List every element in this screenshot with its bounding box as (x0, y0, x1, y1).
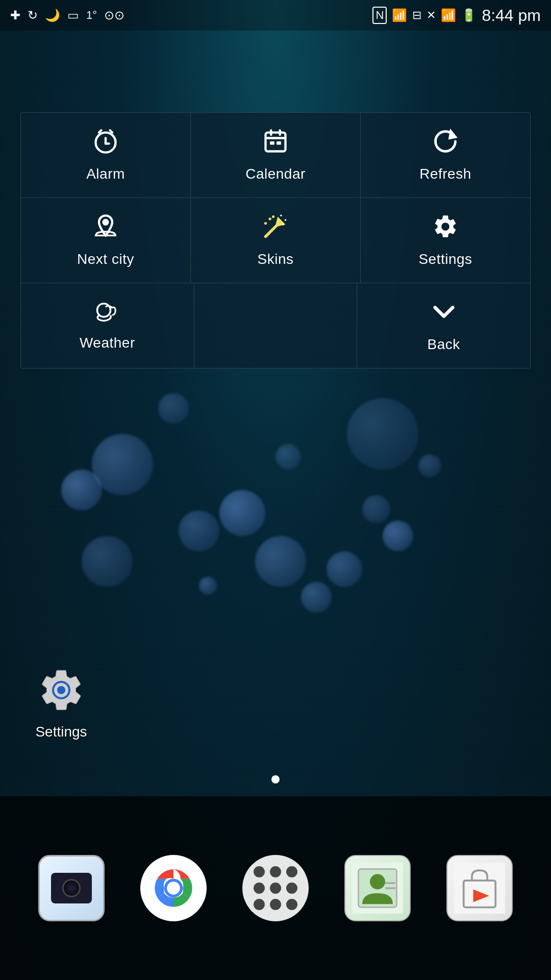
dock (0, 796, 551, 980)
chrome-svg (145, 860, 202, 916)
settings-app-label: Settings (35, 724, 87, 740)
gear-icon (432, 213, 459, 244)
temp-icon: 1° (86, 9, 97, 22)
svg-line-13 (266, 226, 277, 237)
svg-line-3 (99, 130, 101, 132)
location-icon (92, 213, 119, 244)
wifi-icon: 📶 (392, 8, 407, 22)
calendar-label: Calendar (245, 166, 306, 182)
app-drawer-icon-wrap (242, 855, 309, 921)
contacts-svg (352, 863, 403, 914)
battery-icon: 🔋 (461, 8, 477, 22)
calendar-cell[interactable]: Calendar (191, 113, 361, 198)
refresh-icon (432, 128, 459, 159)
svg-point-15 (264, 222, 267, 225)
status-left-icons: ✚ ↻ 🌙 ▭ 1° ⊙⊙ (10, 8, 124, 22)
back-label: Back (428, 336, 460, 353)
dot-8 (270, 899, 281, 910)
contacts-icon-wrap (344, 855, 411, 921)
svg-point-29 (370, 874, 385, 890)
signal-bars-icon: 📶 (441, 8, 456, 22)
sd-icon: ⊟ (412, 9, 421, 22)
menu-row-2: Next city Skins (21, 198, 530, 283)
weather-cell[interactable]: Weather (21, 283, 194, 368)
svg-point-14 (269, 217, 271, 220)
svg-point-18 (285, 219, 286, 220)
weather-icon (94, 300, 120, 328)
settings-app-icon[interactable]: Settings (20, 663, 102, 740)
svg-rect-10 (277, 141, 281, 145)
svg-rect-9 (270, 141, 274, 145)
dock-item-app-drawer[interactable] (235, 847, 316, 929)
svg-point-19 (282, 224, 284, 225)
settings-gear-svg (36, 665, 87, 716)
weather-icon: ⊙⊙ (104, 8, 124, 22)
widget-menu: Alarm Calendar (20, 112, 531, 369)
svg-point-12 (104, 220, 108, 225)
skins-cell[interactable]: Skins (191, 198, 361, 283)
menu-row-3: Weather Back (21, 283, 530, 368)
calendar-icon (262, 128, 289, 159)
sync-icon: ↻ (28, 8, 38, 22)
refresh-cell[interactable]: Refresh (361, 113, 530, 198)
camera-body (51, 873, 92, 903)
play-store-svg (454, 863, 505, 914)
dot-6 (286, 883, 297, 894)
page-indicator (271, 775, 280, 783)
next-city-label: Next city (77, 251, 134, 267)
svg-point-26 (167, 881, 180, 895)
dock-item-camera[interactable] (31, 847, 112, 929)
settings-cell[interactable]: Settings (361, 198, 530, 283)
svg-rect-5 (266, 133, 286, 152)
settings-label: Settings (418, 251, 472, 267)
alarm-label: Alarm (86, 166, 125, 182)
chevron-down-icon (431, 299, 457, 329)
moon-icon: 🌙 (45, 8, 60, 22)
wand-icon (262, 213, 289, 244)
nfc-icon: N (372, 7, 387, 24)
svg-marker-11 (450, 132, 456, 138)
back-cell[interactable]: Back (357, 283, 530, 368)
status-time: 8:44 pm (482, 6, 541, 25)
status-bar: ✚ ↻ 🌙 ▭ 1° ⊙⊙ N 📶 ⊟ ✕ 📶 🔋 8:44 pm (0, 0, 551, 31)
next-city-cell[interactable]: Next city (21, 198, 191, 283)
svg-point-16 (272, 215, 274, 218)
add-icon: ✚ (10, 8, 20, 22)
skins-label: Skins (258, 251, 294, 267)
empty-cell (194, 283, 358, 368)
alarm-cell[interactable]: Alarm (21, 113, 191, 198)
svg-line-4 (110, 130, 112, 132)
camera-lens (62, 879, 81, 897)
svg-point-17 (280, 215, 282, 216)
camera-icon-wrap (38, 855, 105, 921)
app-drawer-grid (244, 857, 307, 919)
settings-icon-wrapper (33, 663, 89, 719)
dock-item-play-store[interactable] (439, 847, 520, 929)
dock-item-contacts[interactable] (337, 847, 418, 929)
dot-9 (286, 899, 297, 910)
status-right-icons: N 📶 ⊟ ✕ 📶 🔋 8:44 pm (372, 6, 541, 25)
dot-7 (254, 899, 265, 910)
play-store-icon-wrap (446, 855, 513, 921)
screenshot-icon: ▭ (67, 8, 79, 22)
dock-item-chrome[interactable] (133, 847, 214, 929)
dot-3 (286, 866, 297, 877)
clock-icon (92, 128, 119, 159)
chrome-icon-wrap (140, 855, 207, 921)
weather-label: Weather (80, 335, 135, 351)
dot-4 (254, 883, 265, 894)
svg-point-22 (57, 686, 65, 694)
dot-5 (270, 883, 281, 894)
refresh-label: Refresh (419, 166, 471, 182)
menu-row-1: Alarm Calendar (21, 113, 530, 198)
dot-2 (270, 866, 281, 877)
dot-1 (254, 866, 265, 877)
signal-x-icon: ✕ (427, 9, 436, 22)
